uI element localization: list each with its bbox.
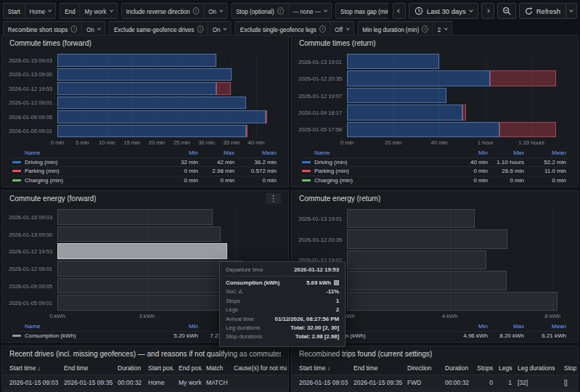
chevron-down-icon (469, 8, 473, 12)
var-value-dropdown[interactable]: On (208, 22, 231, 36)
bar-segment-driving-min (57, 110, 266, 123)
column-header[interactable]: Leg durations (518, 364, 564, 372)
bar[interactable] (347, 122, 571, 137)
panel-commute-times-forward: Commute times (forward) 2026-01-15 09:03… (1, 35, 289, 187)
legend-header-mean[interactable]: Mean (524, 323, 566, 330)
legend-header-min[interactable]: Min (452, 150, 488, 156)
refresh-button[interactable]: Refresh (519, 3, 565, 19)
legend-mean-value: 0 min (234, 177, 277, 184)
panel-title[interactable]: Recent drives (incl. missing geofences) … (2, 346, 288, 362)
legend-header-max[interactable]: Max (488, 150, 524, 156)
legend-header-name[interactable]: Name (12, 150, 162, 156)
bar[interactable] (57, 209, 281, 225)
bar[interactable] (57, 68, 281, 81)
time-shift-back-button[interactable] (393, 3, 406, 19)
legend-item-consumption-kwh[interactable]: Consumption (kWh) (12, 332, 162, 339)
bar-row: 2026-01-05 09:01 (57, 124, 281, 139)
column-header[interactable]: Duration (118, 364, 148, 372)
legend-item-driving-min[interactable]: Driving (min) (302, 159, 452, 166)
legend-header-min[interactable]: Min (162, 150, 198, 156)
legend-item-parking-min[interactable]: Parking (min) (302, 168, 452, 174)
time-range-picker[interactable]: Last 30 days (409, 3, 478, 19)
column-header[interactable]: Match (206, 364, 234, 372)
bar[interactable] (347, 88, 571, 103)
column-header[interactable]: End time (64, 364, 118, 372)
var-value-dropdown[interactable]: On (82, 22, 105, 36)
var-value-dropdown[interactable]: My work (81, 4, 117, 18)
column-header[interactable]: Duration (445, 364, 477, 372)
column-header[interactable]: Legs (499, 364, 518, 372)
tooltip-header: Departure time 2026-01-12 19:53 (226, 266, 339, 277)
y-axis-label: 2026-01-05 09:01 (9, 300, 52, 306)
column-header[interactable]: Start time ↓ (299, 364, 354, 372)
bar[interactable] (57, 125, 281, 138)
bar[interactable] (347, 209, 571, 228)
time-zoom-out-button[interactable] (497, 3, 516, 19)
legend-header-name[interactable]: Name (12, 323, 162, 330)
legend-header-mean[interactable]: Mean (234, 150, 277, 156)
bar-chart-plot: 2026-01-13 19:012026-01-12 20:352026-01-… (347, 53, 571, 138)
panel-title[interactable]: Commute times (forward) (2, 36, 288, 51)
var-label: Start (4, 4, 25, 18)
column-header[interactable]: Start time ↓ (9, 364, 64, 372)
panel-menu-icon[interactable]: ⋮ (266, 193, 281, 204)
column-header[interactable]: Direction (407, 364, 445, 372)
legend-item-parking-min[interactable]: Parking (min) (12, 168, 162, 174)
info-icon: i (197, 25, 204, 33)
bar[interactable] (57, 82, 281, 95)
panel-title[interactable]: Commute times (return) (292, 36, 578, 51)
bar[interactable] (347, 105, 571, 120)
var-value-dropdown[interactable]: Home (25, 4, 56, 18)
legend-item-charging-min[interactable]: Charging (min) (302, 177, 452, 184)
x-axis-tick: 15 min (123, 139, 140, 146)
bar[interactable] (57, 54, 281, 67)
panel-title[interactable]: Recombined trips found (current settings… (292, 346, 578, 362)
column-header[interactable]: End pos. (179, 364, 206, 372)
legend-header-max[interactable]: Max (488, 323, 524, 330)
legend-item-charging-min[interactable]: Charging (min) (12, 177, 162, 184)
var-label: Include reverse directioni (122, 4, 204, 18)
bar[interactable] (347, 292, 571, 311)
legend-header-max[interactable]: Max (198, 150, 234, 156)
var-value-dropdown[interactable]: 2 (433, 22, 452, 36)
table-row[interactable]: 2026-01-15 09:032026-01-15 09:3500:00:32… (2, 375, 288, 391)
legend-max-value: 1.10 hours (488, 159, 524, 166)
legend-header-min[interactable]: Min (452, 323, 488, 330)
bar-row: 2026-01-05 17:58 (347, 291, 571, 311)
column-header[interactable]: Stop durations (564, 364, 576, 372)
bar-segment-parking-min (499, 122, 556, 137)
bar[interactable] (347, 54, 571, 69)
table-row[interactable]: 2026-01-15 09:032026-01-15 09:35FWD00:00… (292, 375, 578, 391)
column-header[interactable]: Stops (477, 364, 499, 372)
sort-desc-icon: ↓ (38, 365, 41, 372)
chevron-down-icon (346, 26, 349, 30)
refresh-interval-button[interactable] (565, 3, 577, 19)
x-axis-tick: 8 kWh (544, 313, 560, 319)
var-value-dropdown[interactable]: On (204, 4, 226, 18)
legend-swatch-icon (302, 179, 311, 181)
bar[interactable] (347, 250, 571, 269)
chart-times-forward: 2026-01-15 09:032026-01-13 09:002026-01-… (2, 51, 288, 187)
bar[interactable] (57, 97, 281, 110)
var-value-dropdown[interactable]: — none — (288, 4, 331, 18)
bar[interactable] (347, 70, 571, 86)
bar[interactable] (57, 243, 281, 259)
legend-header-mean[interactable]: Mean (524, 150, 566, 156)
column-header[interactable]: Cause(s) for not matching (234, 364, 287, 372)
legend-header-name[interactable]: Name (302, 150, 452, 156)
legend-header-min[interactable]: Min (162, 323, 198, 330)
bar[interactable] (57, 226, 281, 242)
bar[interactable] (347, 229, 571, 248)
time-shift-forward-button[interactable] (481, 3, 494, 19)
x-axis-tick: 10 min (99, 139, 115, 146)
legend-row: Driving (min)32 min42 min36.2 min (11, 158, 278, 167)
legend-swatch-icon (302, 170, 311, 172)
column-header[interactable]: Start pos. (148, 364, 179, 372)
column-header[interactable]: End time (354, 364, 407, 372)
bar[interactable] (347, 271, 571, 290)
panel-title[interactable]: Commute energy (return) (292, 191, 578, 206)
legend-item-driving-min[interactable]: Driving (min) (12, 159, 162, 166)
var-value-dropdown[interactable]: Off (330, 22, 353, 36)
panel-title[interactable]: Commute energy (forward) ⋮ (2, 191, 288, 206)
bar[interactable] (57, 110, 281, 123)
